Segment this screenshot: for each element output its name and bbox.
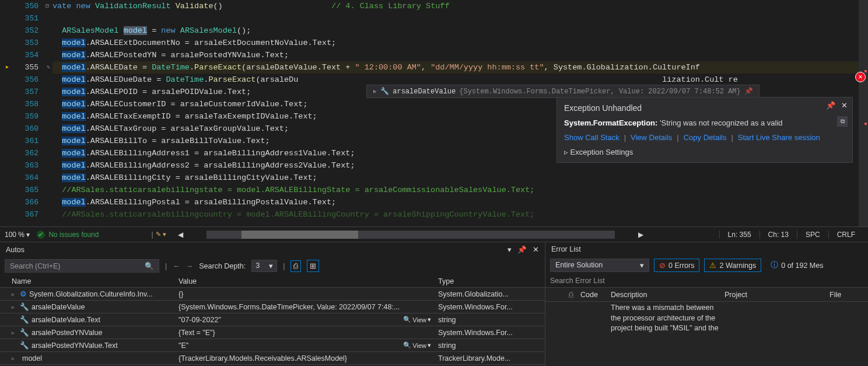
- pin-icon[interactable]: 📌: [517, 245, 527, 254]
- exception-settings-expander[interactable]: ▹ Exception Settings: [564, 148, 845, 156]
- close-icon[interactable]: ✕: [841, 101, 848, 110]
- expand-icon[interactable]: ▹: [12, 304, 18, 310]
- show-call-stack-link[interactable]: Show Call Stack: [564, 133, 620, 142]
- horizontal-scrollbar[interactable]: [206, 231, 615, 239]
- editor-status-bar: 100 % ▾ ✔ No issues found | ✎ ▾ ◀ ▶ Ln: …: [0, 226, 868, 242]
- autos-search-input[interactable]: Search (Ctrl+E) 🔍: [5, 259, 159, 273]
- toolbar-btn-2[interactable]: ⊞: [307, 260, 319, 272]
- search-icon: 🔍: [403, 341, 411, 349]
- live-share-link[interactable]: Start Live Share session: [738, 133, 820, 142]
- search-icon[interactable]: 🔍: [145, 262, 154, 270]
- col-header-description[interactable]: Description: [611, 291, 724, 299]
- quick-action-icon[interactable]: ✎: [44, 61, 52, 74]
- dropdown-icon[interactable]: ▾: [508, 245, 512, 254]
- var-value: {Text = "E"}: [178, 329, 215, 337]
- var-type: System.Windows.For...: [435, 329, 545, 337]
- expand-icon[interactable]: ▹: [12, 291, 18, 297]
- col-header-type[interactable]: Type: [435, 277, 545, 285]
- var-value: {}: [178, 290, 183, 298]
- autos-table: Name Value Type ▹⚙ System.Globalization.…: [0, 275, 545, 366]
- issues-indicator[interactable]: ✔ No issues found: [37, 231, 99, 239]
- col-header-name[interactable]: Name: [0, 277, 175, 285]
- var-value: "07-09-2022": [178, 316, 221, 324]
- exception-stop-icon[interactable]: ✕: [855, 72, 866, 82]
- info-icon: ⓘ: [771, 260, 778, 270]
- wrench-icon: ⚙: [20, 290, 27, 298]
- autos-row[interactable]: 🔧 arsaleDateValue.Text"07-09-2022"🔍 View…: [0, 313, 545, 326]
- exception-helper: 📌 ✕ ⧉ Exception Unhandled System.FormatE…: [556, 97, 853, 163]
- indent-mode[interactable]: SPC: [797, 231, 828, 239]
- autos-panel: Autos ▾ 📌 ✕ Search (Ctrl+E) 🔍 | ← → Sear…: [0, 242, 545, 366]
- error-search-input[interactable]: Search Error List: [545, 274, 868, 288]
- warnings-filter-button[interactable]: ⚠ 2 Warnings: [704, 259, 761, 272]
- exception-message: System.FormatException: 'String was not …: [564, 118, 845, 127]
- var-type: System.Globalizatio...: [435, 290, 545, 298]
- autos-row[interactable]: ▹⚙ System.Globalization.CultureInfo.Inv.…: [0, 288, 545, 301]
- var-name: arsalePostedYNValue.Text: [32, 341, 118, 350]
- column-icon[interactable]: ⎙: [569, 291, 580, 299]
- current-line-arrow: ➤: [0, 61, 14, 74]
- cursor-col[interactable]: Ch: 13: [760, 231, 797, 239]
- close-icon[interactable]: ✕: [533, 245, 539, 254]
- pin-icon[interactable]: 📌: [826, 101, 835, 110]
- code-editor[interactable]: ➤ 350 351 352 353 354 355 356 357 358 35…: [0, 0, 868, 226]
- autos-row[interactable]: ▹ model{TrackerLibrary.Models.Receivable…: [0, 352, 545, 365]
- zoom-level[interactable]: 100 % ▾: [5, 231, 30, 239]
- wrench-icon: 🔧: [20, 302, 29, 311]
- exception-title: Exception Unhandled: [564, 103, 845, 113]
- autos-row[interactable]: 🔧 arsalePostedYNValue.Text"E"🔍 View ▾str…: [0, 339, 545, 352]
- expand-icon[interactable]: ▹: [12, 355, 18, 361]
- errors-filter-button[interactable]: ⊘ 0 Errors: [654, 259, 699, 272]
- datatip-name: arsaleDateValue: [393, 88, 456, 96]
- pin-icon[interactable]: 📌: [744, 87, 753, 96]
- col-header-code[interactable]: Code: [580, 291, 611, 299]
- var-type: System.Windows.For...: [435, 303, 545, 311]
- autos-row[interactable]: ▹🔧 arsalePostedYNValue{Text = "E"}System…: [0, 326, 545, 339]
- view-button[interactable]: 🔍 View ▾: [403, 316, 431, 323]
- toolbar-btn-1[interactable]: ⎙: [290, 260, 301, 272]
- var-type: string: [435, 341, 545, 350]
- error-icon: ⊘: [659, 261, 666, 270]
- nav-forward-icon[interactable]: →: [186, 262, 194, 270]
- var-value: {System.Windows.Forms.DateTimePicker, Va…: [178, 303, 400, 311]
- expand-icon[interactable]: ▹: [373, 87, 377, 96]
- vertical-scrollbar[interactable]: [859, 0, 868, 226]
- nav-back-icon[interactable]: ←: [173, 262, 180, 270]
- wrench-icon: 🔧: [20, 315, 29, 324]
- var-type: string: [435, 316, 545, 324]
- line-ending[interactable]: CRLF: [828, 231, 863, 239]
- error-list-row[interactable]: There was a mismatch between the process…: [545, 302, 868, 335]
- messages-filter-button[interactable]: ⓘ 0 of 192 Mes: [766, 259, 828, 272]
- var-name: arsaleDateValue: [32, 303, 85, 311]
- search-depth-label: Search Depth:: [199, 262, 246, 270]
- col-header-value[interactable]: Value: [175, 277, 435, 285]
- scope-filter-select[interactable]: Entire Solution▾: [550, 259, 649, 272]
- expand-icon[interactable]: ▹: [12, 330, 18, 336]
- search-depth-select[interactable]: 3▾: [251, 260, 277, 272]
- hscroll-right[interactable]: ▶: [638, 231, 643, 239]
- copy-details-link[interactable]: Copy Details: [684, 133, 727, 142]
- var-name: System.Globalization.CultureInfo.Inv...: [29, 290, 153, 298]
- var-name: model: [22, 354, 42, 362]
- error-list-title: Error List: [551, 245, 581, 253]
- debug-datatip[interactable]: ▹ 🔧 arsaleDateValue {System.Windows.Form…: [366, 85, 760, 98]
- copy-icon[interactable]: ⧉: [837, 116, 848, 127]
- var-value: "E": [178, 341, 188, 350]
- autos-row[interactable]: ▹🔧 arsaleDateValue{System.Windows.Forms.…: [0, 301, 545, 313]
- fold-column[interactable]: ⊟ ✎: [42, 0, 52, 226]
- col-header-file[interactable]: File: [830, 291, 868, 299]
- var-type: TrackerLibrary.Mode...: [435, 354, 545, 362]
- warning-icon: ⚠: [709, 261, 716, 270]
- col-header-project[interactable]: Project: [724, 291, 830, 299]
- cursor-line[interactable]: Ln: 355: [719, 231, 760, 239]
- wrench-icon: 🔧: [380, 87, 389, 96]
- search-icon: 🔍: [403, 316, 411, 323]
- hscroll-left[interactable]: ◀: [178, 231, 183, 239]
- view-details-link[interactable]: View Details: [631, 133, 672, 142]
- line-numbers: 350 351 352 353 354 355 356 357 358 359 …: [14, 0, 42, 226]
- var-name: arsaleDateValue.Text: [32, 316, 100, 324]
- brush-icon[interactable]: ✎ ▾: [156, 231, 166, 238]
- view-button[interactable]: 🔍 View ▾: [403, 341, 431, 349]
- datatip-value: {System.Windows.Forms.DateTimePicker, Va…: [459, 88, 740, 96]
- margin-icons: ➤: [0, 0, 14, 226]
